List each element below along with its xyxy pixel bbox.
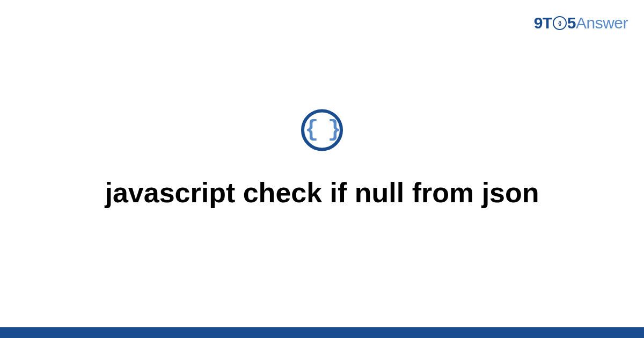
main-content: { } javascript check if null from json [0,109,644,209]
category-badge: { } [301,109,343,151]
logo-text-answer: Answer [576,14,628,32]
logo-text-9t: 9T [534,14,552,32]
logo-clock-icon: {} [553,16,567,30]
page-title: javascript check if null from json [83,177,560,209]
logo-text-5: 5 [567,14,576,32]
footer-bar [0,327,644,338]
site-logo: 9T {} 5 Answer [534,14,628,32]
logo-clock-inner: {} [558,21,561,26]
json-braces-icon: { } [305,119,339,141]
